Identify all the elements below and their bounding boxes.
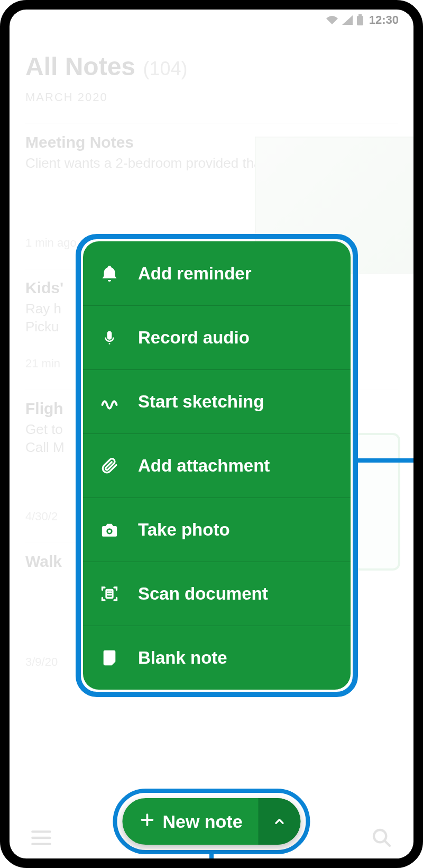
hamburger-icon[interactable] xyxy=(31,830,52,848)
plus-icon xyxy=(139,811,155,832)
menu-item-label: Blank note xyxy=(138,648,227,668)
menu-item-record-audio[interactable]: Record audio xyxy=(83,305,351,369)
camera-icon xyxy=(98,521,121,539)
battery-icon xyxy=(356,14,364,26)
scan-icon xyxy=(98,584,121,603)
svg-rect-1 xyxy=(358,14,362,16)
menu-item-start-sketching[interactable]: Start sketching xyxy=(83,369,351,433)
menu-item-label: Start sketching xyxy=(138,392,264,412)
search-icon[interactable] xyxy=(371,827,392,851)
menu-item-add-reminder[interactable]: Add reminder xyxy=(83,241,351,305)
bell-icon xyxy=(98,264,121,284)
menu-item-label: Scan document xyxy=(138,584,268,604)
new-note-menu-highlight: Add reminder Record audio Start sketchin… xyxy=(76,234,358,697)
page-title: All Notes xyxy=(25,52,135,81)
status-time: 12:30 xyxy=(369,13,399,27)
ticket-thumbnail xyxy=(353,433,400,571)
screen: 12:30 All Notes (104) MARCH 2020 Meeting… xyxy=(10,10,413,868)
menu-item-scan-document[interactable]: Scan document xyxy=(83,562,351,626)
status-bar: 12:30 xyxy=(10,10,413,31)
microphone-icon xyxy=(98,328,121,348)
new-note-highlight: New note xyxy=(113,789,310,854)
new-note-menu: Add reminder Record audio Start sketchin… xyxy=(83,241,351,690)
new-note-expand[interactable] xyxy=(259,798,301,845)
menu-item-label: Add reminder xyxy=(138,264,252,284)
callout-line xyxy=(209,854,214,868)
note-icon xyxy=(98,648,121,668)
menu-item-add-attachment[interactable]: Add attachment xyxy=(83,433,351,498)
menu-item-label: Take photo xyxy=(138,520,230,540)
svg-rect-0 xyxy=(357,16,363,25)
chevron-up-icon xyxy=(273,815,287,828)
paperclip-icon xyxy=(98,456,121,476)
callout-line xyxy=(353,458,413,463)
new-note-label: New note xyxy=(162,811,242,832)
menu-item-take-photo[interactable]: Take photo xyxy=(83,498,351,562)
wifi-icon xyxy=(326,15,338,25)
new-note-button[interactable]: New note xyxy=(122,798,300,845)
status-icons xyxy=(326,14,364,26)
menu-item-blank-note[interactable]: Blank note xyxy=(83,626,351,690)
sketch-icon xyxy=(98,392,121,411)
menu-item-label: Record audio xyxy=(138,328,250,348)
note-count: (104) xyxy=(143,58,187,79)
month-header: MARCH 2020 xyxy=(25,91,398,104)
signal-icon xyxy=(342,15,353,25)
menu-item-label: Add attachment xyxy=(138,456,270,476)
